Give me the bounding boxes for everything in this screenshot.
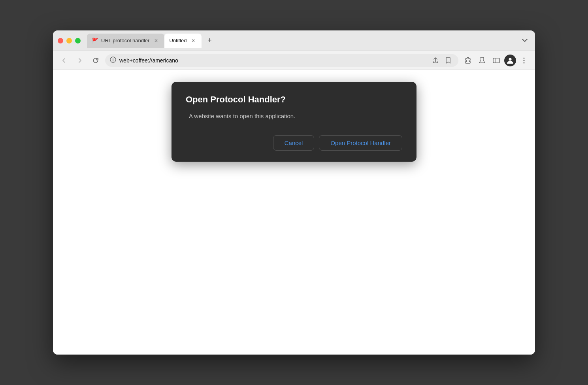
tabs-dropdown-button[interactable] bbox=[519, 35, 530, 46]
minimize-button[interactable] bbox=[66, 38, 72, 43]
forward-button[interactable] bbox=[74, 54, 86, 67]
tab-close-1[interactable]: ✕ bbox=[153, 37, 160, 44]
dialog-buttons: Cancel Open Protocol Handler bbox=[186, 135, 402, 151]
profile-button[interactable] bbox=[504, 55, 516, 66]
nav-bar: web+coffee://americano bbox=[53, 51, 535, 70]
svg-point-4 bbox=[524, 60, 525, 61]
tab-untitled[interactable]: Untitled ✕ bbox=[164, 34, 202, 48]
info-icon bbox=[110, 57, 116, 64]
maximize-button[interactable] bbox=[75, 38, 81, 43]
address-bar[interactable]: web+coffee://americano bbox=[105, 54, 458, 67]
protocol-handler-dialog: Open Protocol Handler? A website wants t… bbox=[172, 82, 416, 162]
title-bar: 🚩 URL protocol handler ✕ Untitled ✕ + bbox=[53, 30, 535, 51]
back-button[interactable] bbox=[58, 54, 70, 67]
tab-close-2[interactable]: ✕ bbox=[190, 37, 197, 44]
share-button[interactable] bbox=[430, 55, 441, 66]
close-button[interactable] bbox=[58, 38, 63, 43]
dialog-title: Open Protocol Handler? bbox=[186, 94, 402, 105]
tab-label-2: Untitled bbox=[169, 38, 187, 43]
bookmark-button[interactable] bbox=[443, 55, 454, 66]
dialog-message: A website wants to open this application… bbox=[186, 113, 402, 119]
url-text: web+coffee://americano bbox=[119, 57, 427, 64]
cancel-button[interactable]: Cancel bbox=[273, 135, 315, 151]
svg-rect-1 bbox=[493, 58, 499, 63]
page-content: Open Protocol Handler? A website wants t… bbox=[53, 70, 535, 355]
tab-url-protocol-handler[interactable]: 🚩 URL protocol handler ✕ bbox=[87, 34, 164, 48]
tabs-area: 🚩 URL protocol handler ✕ Untitled ✕ + bbox=[87, 34, 530, 48]
address-actions bbox=[430, 55, 454, 66]
extensions-button[interactable] bbox=[462, 54, 474, 67]
lab-button[interactable] bbox=[476, 54, 488, 67]
sidebar-button[interactable] bbox=[490, 54, 503, 67]
open-protocol-handler-button[interactable]: Open Protocol Handler bbox=[319, 135, 402, 151]
svg-point-2 bbox=[509, 58, 512, 60]
more-button[interactable] bbox=[518, 54, 530, 67]
browser-window: 🚩 URL protocol handler ✕ Untitled ✕ + bbox=[53, 30, 535, 355]
toolbar-actions bbox=[462, 54, 530, 67]
svg-point-3 bbox=[524, 57, 525, 59]
reload-button[interactable] bbox=[89, 54, 102, 67]
traffic-lights bbox=[58, 38, 81, 43]
tab-favicon-1: 🚩 bbox=[92, 38, 98, 44]
tab-label-1: URL protocol handler bbox=[101, 38, 149, 43]
svg-point-5 bbox=[524, 62, 525, 63]
new-tab-button[interactable]: + bbox=[203, 34, 216, 47]
